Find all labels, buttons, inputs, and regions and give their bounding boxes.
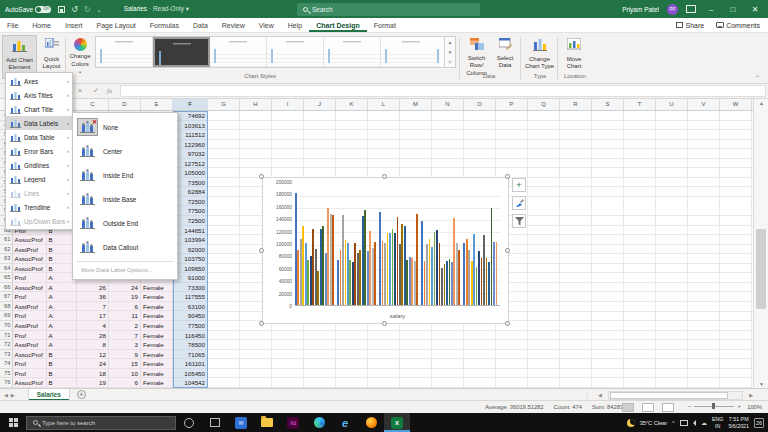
chart-elements-plus-button[interactable]: +: [512, 178, 526, 192]
cell[interactable]: AsstProf: [13, 302, 47, 312]
column-header-o[interactable]: O: [464, 99, 496, 110]
column-header-p[interactable]: P: [496, 99, 528, 110]
taskbar-app-ie[interactable]: e: [332, 413, 358, 432]
column-header-d[interactable]: D: [109, 99, 141, 110]
zoom-in-icon[interactable]: +: [737, 403, 740, 409]
cell[interactable]: B: [47, 378, 77, 388]
cell[interactable]: AssocProf: [13, 378, 47, 388]
cell[interactable]: AssocProf: [13, 264, 47, 274]
chart-style-thumbnail[interactable]: [381, 37, 440, 67]
cell[interactable]: AsstProf: [13, 321, 47, 331]
cell[interactable]: 105450: [173, 369, 208, 379]
row-header[interactable]: 67: [0, 292, 13, 302]
cell[interactable]: Female: [141, 340, 173, 350]
menu-item-data-table[interactable]: Data Table›: [6, 130, 72, 144]
ribbon-display-options-icon[interactable]: [686, 5, 696, 13]
task-view-button[interactable]: [202, 413, 228, 432]
column-header-h[interactable]: H: [240, 99, 272, 110]
cell[interactable]: 28: [77, 331, 109, 341]
cell[interactable]: 19: [109, 292, 141, 302]
vertical-scroll-thumb[interactable]: [756, 229, 766, 309]
column-header-g[interactable]: G: [208, 99, 240, 110]
cell[interactable]: AsstProf: [13, 340, 47, 350]
zoom-slider[interactable]: [694, 406, 734, 407]
row-header[interactable]: 65: [0, 273, 13, 283]
chart-styles-brush-button[interactable]: [512, 196, 526, 210]
submenu-item-none[interactable]: ✕None: [73, 115, 177, 139]
cell[interactable]: 104542: [173, 378, 208, 388]
cortana-button[interactable]: [176, 413, 202, 432]
cell[interactable]: Female: [141, 321, 173, 331]
menu-item-gridlines[interactable]: Gridlines›: [6, 158, 72, 172]
start-button[interactable]: [0, 413, 26, 432]
share-button[interactable]: Share: [676, 22, 704, 29]
cell[interactable]: AsstProf: [13, 245, 47, 255]
minimize-button[interactable]: –: [704, 5, 718, 14]
cell[interactable]: A: [47, 331, 77, 341]
cell[interactable]: 62884: [173, 187, 208, 197]
cell[interactable]: Prof: [13, 369, 47, 379]
chart-style-thumbnail-selected[interactable]: [153, 37, 210, 67]
taskbar-app-edge[interactable]: [306, 413, 332, 432]
menu-item-axis-titles[interactable]: Axis Titles›: [6, 88, 72, 102]
scroll-right-icon[interactable]: ▶: [749, 392, 753, 398]
weather-text[interactable]: 35°C Clear: [640, 420, 667, 426]
cell[interactable]: 103994: [173, 235, 208, 245]
column-header-l[interactable]: L: [368, 99, 400, 110]
cell[interactable]: 36: [77, 292, 109, 302]
cell[interactable]: 6: [109, 378, 141, 388]
cell[interactable]: A: [47, 311, 77, 321]
taskbar-search-input[interactable]: Type here to search: [26, 416, 176, 430]
formula-input[interactable]: [120, 85, 766, 97]
menu-item-axes[interactable]: Axes›: [6, 74, 72, 88]
chart-handle[interactable]: [505, 321, 510, 326]
fx-icon[interactable]: fx: [107, 87, 112, 95]
row-header[interactable]: 62: [0, 245, 13, 255]
maximize-button[interactable]: □: [726, 5, 740, 14]
taskbar-app-mail[interactable]: ✉: [228, 413, 254, 432]
menu-item-data-labels[interactable]: Data Labels›: [6, 116, 72, 130]
chart-handle[interactable]: [259, 174, 264, 179]
cell[interactable]: AssocProf: [13, 350, 47, 360]
menu-item-legend[interactable]: Legend›: [6, 172, 72, 186]
cell[interactable]: 161101: [173, 359, 208, 369]
autosave-toggle[interactable]: AutoSave On: [5, 6, 51, 13]
column-header-m[interactable]: M: [400, 99, 432, 110]
cell[interactable]: A: [47, 321, 77, 331]
column-header-s[interactable]: S: [592, 99, 624, 110]
menu-item-more-data-label-options[interactable]: More Data Label Options...: [73, 264, 177, 277]
close-button[interactable]: ✕: [748, 5, 762, 14]
avatar[interactable]: PP: [667, 4, 678, 15]
speaker-icon[interactable]: [693, 420, 696, 426]
cell[interactable]: 6: [109, 302, 141, 312]
row-header[interactable]: 70: [0, 321, 13, 331]
cell[interactable]: 72500: [173, 197, 208, 207]
cell[interactable]: 72500: [173, 216, 208, 226]
row-header[interactable]: 75: [0, 369, 13, 379]
chart-handle[interactable]: [382, 321, 387, 326]
cell[interactable]: 117555: [173, 292, 208, 302]
vertical-scrollbar[interactable]: ▲ ▼: [753, 99, 768, 388]
cell[interactable]: Female: [141, 369, 173, 379]
row-header[interactable]: 72: [0, 340, 13, 350]
submenu-item-outside-end[interactable]: Outside End: [73, 211, 177, 235]
cell[interactable]: 73300: [173, 283, 208, 293]
cell[interactable]: 24: [77, 359, 109, 369]
cell[interactable]: 109650: [173, 264, 208, 274]
cell[interactable]: 24: [109, 283, 141, 293]
column-header-k[interactable]: K: [336, 99, 368, 110]
chart-handle[interactable]: [259, 248, 264, 253]
cell[interactable]: 103613: [173, 121, 208, 131]
cell[interactable]: A: [47, 340, 77, 350]
cell[interactable]: AssocProf: [13, 254, 47, 264]
tab-file[interactable]: File: [0, 18, 25, 32]
row-header[interactable]: 68: [0, 302, 13, 312]
cell[interactable]: 73500: [173, 178, 208, 188]
quick-access-menu-icon[interactable]: ⌄: [97, 6, 102, 13]
cell[interactable]: A: [47, 283, 77, 293]
monitor-icon[interactable]: [680, 420, 688, 426]
chart-plot-area[interactable]: [295, 185, 500, 306]
cell[interactable]: 116450: [173, 331, 208, 341]
cell[interactable]: Female: [141, 302, 173, 312]
tab-data[interactable]: Data: [186, 18, 215, 32]
